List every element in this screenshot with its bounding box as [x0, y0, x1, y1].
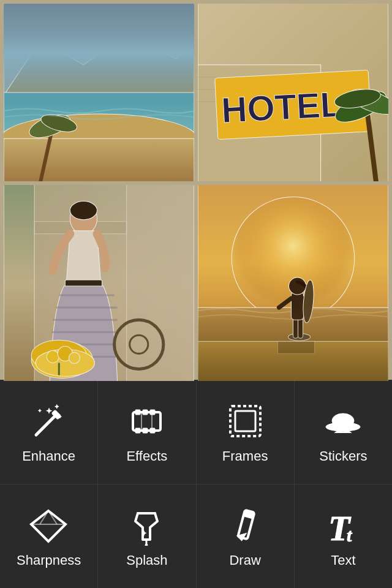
splash-label: Splash: [126, 552, 167, 568]
text-tool[interactable]: T t Text: [295, 484, 392, 589]
svg-line-82: [48, 524, 66, 541]
svg-rect-65: [135, 410, 140, 415]
splash-tool[interactable]: ✦ Splash: [98, 484, 196, 589]
svg-rect-68: [135, 428, 140, 433]
enhance-icon: ✦ ✦ ✦ ✦: [27, 399, 71, 443]
enhance-tool[interactable]: ✦ ✦ ✦ ✦ Enhance: [0, 380, 98, 484]
toolbar: ✦ ✦ ✦ ✦ Enhance: [0, 380, 392, 588]
svg-text:✦: ✦: [141, 530, 146, 537]
svg-marker-1: [4, 34, 194, 102]
frames-label: Frames: [222, 448, 268, 464]
splash-icon: ✦: [125, 503, 169, 548]
svg-rect-50: [298, 317, 303, 338]
svg-point-48: [288, 333, 310, 341]
svg-line-81: [31, 511, 48, 524]
toolbar-row-2: Sharpness ✦ Splash: [0, 484, 392, 589]
draw-label: Draw: [229, 552, 260, 568]
photo-fashion[interactable]: [4, 185, 194, 381]
stickers-tool[interactable]: Stickers: [295, 380, 392, 484]
effects-tool[interactable]: Effects: [98, 380, 196, 484]
svg-rect-66: [143, 410, 148, 415]
sharpness-label: Sharpness: [17, 552, 81, 568]
svg-rect-47: [198, 341, 388, 381]
svg-text:t: t: [347, 525, 353, 545]
frames-tool[interactable]: Frames: [197, 380, 295, 484]
photo-surfer[interactable]: [198, 185, 388, 381]
svg-rect-46: [198, 307, 388, 344]
sharpness-icon: [27, 503, 71, 548]
stickers-icon: [321, 399, 365, 443]
svg-rect-69: [143, 428, 148, 433]
svg-line-58: [36, 417, 55, 435]
photo-hotel[interactable]: HOTEL: [198, 4, 388, 181]
text-icon: T t: [321, 503, 365, 548]
effects-icon: [125, 399, 169, 443]
svg-text:✦: ✦: [38, 409, 42, 413]
draw-icon: [223, 503, 267, 548]
svg-rect-74: [235, 411, 255, 431]
svg-text:✦: ✦: [58, 415, 62, 419]
svg-text:✦: ✦: [46, 407, 52, 415]
photo-collage: HOTEL: [0, 0, 392, 380]
photo-beach[interactable]: [4, 4, 194, 181]
svg-text:✦: ✦: [55, 404, 59, 410]
effects-label: Effects: [126, 448, 167, 464]
toolbar-row-1: ✦ ✦ ✦ ✦ Enhance: [0, 380, 392, 484]
svg-marker-90: [236, 531, 246, 541]
svg-line-80: [31, 524, 48, 541]
svg-rect-57: [198, 185, 388, 381]
svg-rect-77: [331, 424, 356, 427]
sharpness-tool[interactable]: Sharpness: [0, 484, 98, 589]
frames-icon: [223, 399, 267, 443]
svg-rect-20: [198, 4, 388, 181]
svg-marker-78: [31, 511, 66, 541]
stickers-label: Stickers: [319, 448, 367, 464]
svg-rect-43: [4, 185, 194, 381]
text-label: Text: [331, 552, 355, 568]
svg-rect-8: [4, 4, 194, 181]
svg-point-87: [145, 544, 148, 546]
enhance-label: Enhance: [22, 448, 75, 464]
draw-tool[interactable]: Draw: [197, 484, 295, 589]
svg-rect-49: [293, 317, 298, 338]
svg-rect-56: [277, 341, 314, 353]
svg-line-79: [48, 511, 66, 524]
